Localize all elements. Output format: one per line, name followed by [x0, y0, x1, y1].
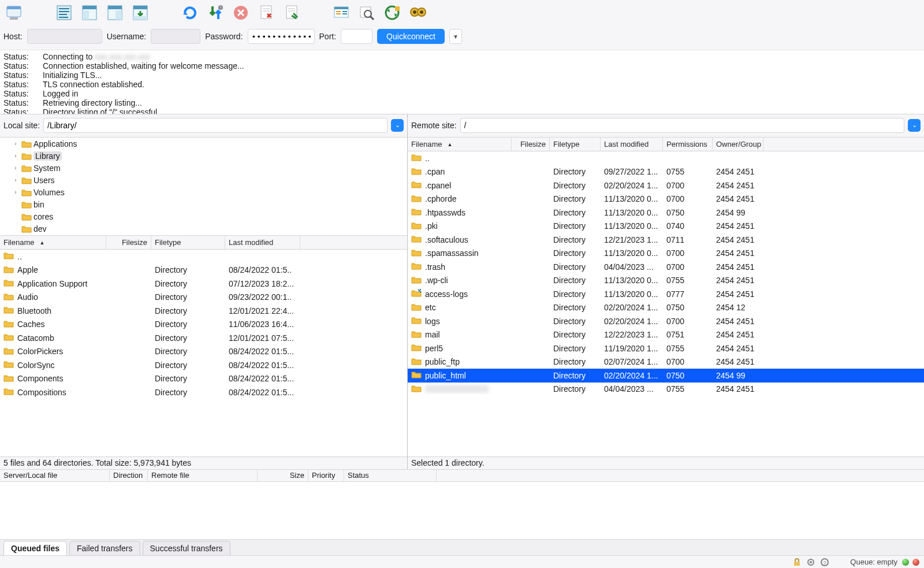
- list-item[interactable]: logsDirectory02/20/2024 1...07002454 245…: [408, 314, 924, 328]
- remote-columns-header[interactable]: Filename Filesize Filetype Last modified…: [408, 138, 924, 151]
- search-icon[interactable]: [356, 2, 378, 24]
- tree-item[interactable]: cores: [0, 210, 407, 222]
- tree-item[interactable]: bin: [0, 198, 407, 210]
- svg-rect-26: [334, 7, 348, 9]
- toggle-log-icon[interactable]: [53, 2, 75, 24]
- list-item[interactable]: Directory04/04/2023 ...07552454 2451: [408, 383, 924, 396]
- tree-item[interactable]: › Users: [0, 174, 407, 186]
- tab-successful-transfers[interactable]: Successful transfers: [143, 541, 230, 555]
- host-input[interactable]: [27, 29, 102, 44]
- folder-icon: [21, 176, 32, 184]
- local-statusline: 5 files and 64 directories. Total size: …: [0, 456, 407, 469]
- local-path-input[interactable]: [43, 118, 388, 133]
- local-columns-header[interactable]: Filename Filesize Filetype Last modified: [0, 236, 407, 250]
- list-item[interactable]: .cphordeDirectory11/13/2020 0...07002454…: [408, 192, 924, 206]
- local-file-list[interactable]: .. AppleDirectory08/24/2022 01:5.. Appli…: [0, 250, 407, 456]
- transfer-queue-header[interactable]: Server/Local file Direction Remote file …: [0, 469, 924, 482]
- remote-col-permissions[interactable]: Permissions: [663, 138, 713, 151]
- refresh-icon[interactable]: [179, 2, 201, 24]
- list-item[interactable]: .pkiDirectory11/13/2020 0...07402454 245…: [408, 220, 924, 233]
- list-item[interactable]: ColorPickersDirectory08/24/2022 01:5...: [0, 345, 407, 359]
- local-path-dropdown[interactable]: ⌄: [391, 119, 404, 132]
- quickconnect-button[interactable]: Quickconnect: [377, 29, 445, 44]
- filter-icon[interactable]: [330, 2, 352, 24]
- svg-line-33: [370, 16, 374, 20]
- local-col-filesize[interactable]: Filesize: [106, 236, 151, 249]
- local-col-modified[interactable]: Last modified: [225, 236, 300, 249]
- list-item[interactable]: CatacombDirectory12/01/2021 07:5...: [0, 331, 407, 345]
- username-input[interactable]: [151, 29, 200, 44]
- list-item[interactable]: ComponentsDirectory08/24/2022 01:5...: [0, 372, 407, 386]
- remote-col-owner[interactable]: Owner/Group: [713, 138, 763, 151]
- list-item[interactable]: AudioDirectory09/23/2022 00:1..: [0, 291, 407, 305]
- cancel-icon[interactable]: [230, 2, 252, 24]
- password-input[interactable]: [248, 29, 315, 44]
- toggle-local-tree-icon[interactable]: [79, 2, 100, 24]
- list-item[interactable]: public_htmlDirectory02/20/2024 1...07502…: [408, 369, 924, 383]
- list-item[interactable]: ..: [408, 151, 924, 165]
- folder-icon: [21, 225, 32, 233]
- tab-failed-transfers[interactable]: Failed transfers: [69, 541, 140, 555]
- remote-col-filetype[interactable]: Filetype: [550, 138, 601, 151]
- local-tree[interactable]: › Applications› Library› System› Users› …: [0, 138, 407, 236]
- queue-col-status[interactable]: Status: [344, 470, 437, 481]
- list-item[interactable]: ColorSyncDirectory08/24/2022 01:5...: [0, 358, 407, 372]
- queue-col-priority[interactable]: Priority: [308, 470, 344, 481]
- list-item[interactable]: .softaculousDirectory12/21/2023 1...0711…: [408, 233, 924, 247]
- list-item[interactable]: AppleDirectory08/24/2022 01:5..: [0, 263, 407, 277]
- local-col-filetype[interactable]: Filetype: [151, 236, 225, 249]
- tree-item[interactable]: dev: [0, 222, 407, 235]
- queue-col-remotefile[interactable]: Remote file: [148, 470, 258, 481]
- remote-col-filesize[interactable]: Filesize: [512, 138, 550, 151]
- remote-col-modified[interactable]: Last modified: [601, 138, 663, 151]
- tree-item[interactable]: › Library: [0, 150, 407, 162]
- list-item[interactable]: mailDirectory12/22/2023 1...07512454 245…: [408, 328, 924, 342]
- list-item[interactable]: ..: [0, 250, 407, 263]
- folder-icon: [3, 374, 14, 384]
- remote-path-dropdown[interactable]: ⌄: [908, 119, 921, 132]
- list-item[interactable]: .cpanDirectory09/27/2022 1...07552454 24…: [408, 165, 924, 179]
- quickconnect-history-dropdown[interactable]: ▼: [449, 29, 462, 44]
- local-col-filename[interactable]: Filename: [0, 236, 106, 249]
- list-item[interactable]: .trashDirectory04/04/2023 ...07002454 24…: [408, 260, 924, 274]
- remote-path-input[interactable]: [460, 118, 904, 133]
- compare-icon[interactable]: [407, 2, 429, 24]
- lock-icon[interactable]: [792, 558, 802, 567]
- disconnect-icon[interactable]: [255, 2, 277, 24]
- tree-item[interactable]: › Applications: [0, 138, 407, 150]
- folder-icon: [411, 235, 422, 244]
- remote-file-list[interactable]: .. .cpanDirectory09/27/2022 1...07552454…: [408, 151, 924, 456]
- tree-item[interactable]: › System: [0, 162, 407, 174]
- list-item[interactable]: public_ftpDirectory02/07/2024 1...070024…: [408, 355, 924, 369]
- reconnect-icon[interactable]: [281, 2, 303, 24]
- process-queue-icon[interactable]: [204, 2, 226, 24]
- transfer-queue-body[interactable]: [0, 482, 924, 539]
- list-item[interactable]: Application SupportDirectory07/12/2023 1…: [0, 277, 407, 291]
- sync-browsing-icon[interactable]: [381, 2, 403, 24]
- queue-col-direction[interactable]: Direction: [110, 470, 148, 481]
- list-item[interactable]: CachesDirectory11/06/2023 16:4...: [0, 318, 407, 332]
- queue-col-size[interactable]: Size: [258, 470, 308, 481]
- list-item[interactable]: .htpasswdsDirectory11/13/2020 0...075024…: [408, 206, 924, 220]
- folder-icon: [411, 330, 422, 340]
- gear-icon[interactable]: [806, 558, 815, 567]
- list-item[interactable]: .cpanelDirectory02/20/2024 1...07002454 …: [408, 179, 924, 192]
- toggle-queue-icon[interactable]: [129, 2, 151, 24]
- site-manager-icon[interactable]: [3, 2, 25, 24]
- list-item[interactable]: CompositionsDirectory08/24/2022 01:5...: [0, 385, 407, 399]
- list-item[interactable]: .spamassassinDirectory11/13/2020 0...070…: [408, 247, 924, 261]
- list-item[interactable]: BluetoothDirectory12/01/2021 22:4...: [0, 304, 407, 318]
- help-icon[interactable]: ?: [820, 558, 829, 567]
- list-item[interactable]: etcDirectory02/20/2024 1...07502454 12: [408, 301, 924, 315]
- toggle-remote-tree-icon[interactable]: [104, 2, 126, 24]
- list-item[interactable]: perl5Directory11/19/2020 1...07552454 24…: [408, 341, 924, 355]
- log-row: Status:Initializing TLS...: [3, 70, 921, 80]
- list-item[interactable]: .wp-cliDirectory11/13/2020 0...07552454 …: [408, 274, 924, 288]
- tab-queued-files[interactable]: Queued files: [3, 541, 67, 555]
- tree-item[interactable]: › Volumes: [0, 186, 407, 198]
- folder-icon: [411, 248, 422, 258]
- list-item[interactable]: access-logsDirectory11/13/2020 0...07772…: [408, 287, 924, 301]
- queue-col-serverlocal[interactable]: Server/Local file: [0, 470, 110, 481]
- remote-col-filename[interactable]: Filename: [408, 138, 512, 151]
- port-input[interactable]: [341, 29, 372, 44]
